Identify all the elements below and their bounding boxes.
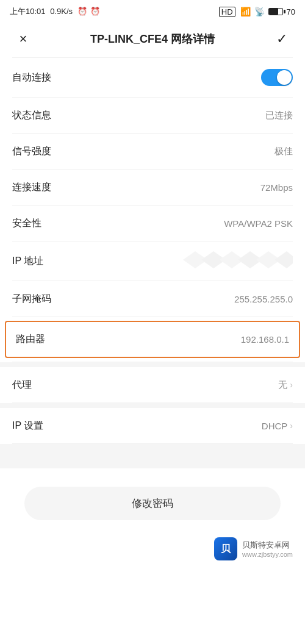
confirm-button[interactable]: ✓: [271, 28, 293, 50]
router-label: 路由器: [16, 333, 45, 346]
speed-label: 连接速度: [12, 181, 51, 194]
status-value: 已连接: [265, 110, 293, 121]
close-button[interactable]: ×: [12, 28, 34, 50]
ip-settings-label: IP 设置: [12, 420, 43, 432]
battery-text: 70: [287, 7, 295, 16]
watermark-logo: 贝: [214, 537, 237, 560]
signal-label: 信号强度: [12, 145, 51, 158]
auto-connect-toggle[interactable]: [261, 69, 293, 86]
list-item-security: 安全性 WPA/WPA2 PSK: [0, 206, 305, 241]
security-value: WPA/WPA2 PSK: [224, 218, 293, 229]
ip-settings-chevron-icon: ›: [290, 421, 293, 431]
signal-value: 极佳: [274, 146, 293, 157]
alarm-icon: ⏰: [77, 7, 87, 16]
modify-btn-container: 修改密码: [0, 468, 305, 532]
svg-marker-5: [274, 251, 293, 268]
ip-settings-value: DHCP: [262, 421, 288, 431]
status-label: 状态信息: [12, 109, 51, 122]
proxy-value: 无: [278, 379, 287, 391]
page-title: TP-LINK_CFE4 网络详情: [34, 32, 271, 46]
router-value: 192.168.0.1: [241, 334, 289, 345]
list-item-signal: 信号强度 极佳: [0, 134, 305, 169]
speed-value: 72Mbps: [260, 182, 293, 193]
ip-watermark-container: [171, 252, 293, 270]
section-divider-2: [0, 403, 305, 408]
security-label: 安全性: [12, 217, 41, 230]
toggle-knob: [277, 70, 292, 85]
bottom-watermark: 贝 贝斯特安卓网 www.zjbstyy.com: [0, 532, 305, 570]
signal-bars-icon: 📶: [240, 7, 251, 16]
subnet-label: 子网掩码: [12, 293, 51, 306]
status-bar: 上午10:01 0.9K/s ⏰ ⏰ HD 📶 📡 70: [0, 0, 305, 22]
status-time: 上午10:01: [10, 7, 46, 16]
status-right: HD 📶 📡 70: [219, 7, 295, 17]
status-time-speed: 上午10:01 0.9K/s ⏰ ⏰: [10, 6, 100, 17]
list-item-ip-address: IP 地址: [0, 242, 305, 281]
hd-badge: HD: [219, 7, 235, 17]
list-item-speed: 连接速度 72Mbps: [0, 170, 305, 205]
list-item-auto-connect: 自动连接: [0, 58, 305, 97]
title-bar: × TP-LINK_CFE4 网络详情 ✓: [0, 22, 305, 57]
modify-password-button[interactable]: 修改密码: [24, 487, 281, 520]
status-speed: 0.9K/s: [50, 7, 73, 16]
proxy-label: 代理: [12, 379, 32, 392]
watermark-url: www.zjbstyy.com: [242, 551, 293, 558]
section-divider-3: [0, 444, 305, 468]
ip-watermark-overlay: [183, 251, 293, 271]
wifi-status-icon: 📡: [254, 7, 265, 16]
list-item-ip-settings[interactable]: IP 设置 DHCP ›: [0, 408, 305, 443]
subnet-value: 255.255.255.0: [234, 294, 293, 304]
battery-icon: [268, 8, 283, 15]
ip-address-label: IP 地址: [12, 255, 43, 268]
auto-connect-label: 自动连接: [12, 71, 51, 84]
watermark-name: 贝斯特安卓网: [242, 540, 293, 551]
ip-settings-value-container: DHCP ›: [262, 421, 293, 431]
alarm2-icon: ⏰: [90, 7, 100, 16]
proxy-value-container: 无 ›: [278, 379, 293, 391]
proxy-chevron-icon: ›: [290, 380, 293, 390]
list-item-subnet: 子网掩码 255.255.255.0: [0, 281, 305, 317]
list-item-proxy[interactable]: 代理 无 ›: [0, 367, 305, 402]
list-item-status: 状态信息 已连接: [0, 98, 305, 133]
section-divider-1: [0, 362, 305, 367]
list-item-router: 路由器 192.168.0.1: [5, 321, 300, 358]
watermark-info: 贝斯特安卓网 www.zjbstyy.com: [242, 540, 293, 558]
